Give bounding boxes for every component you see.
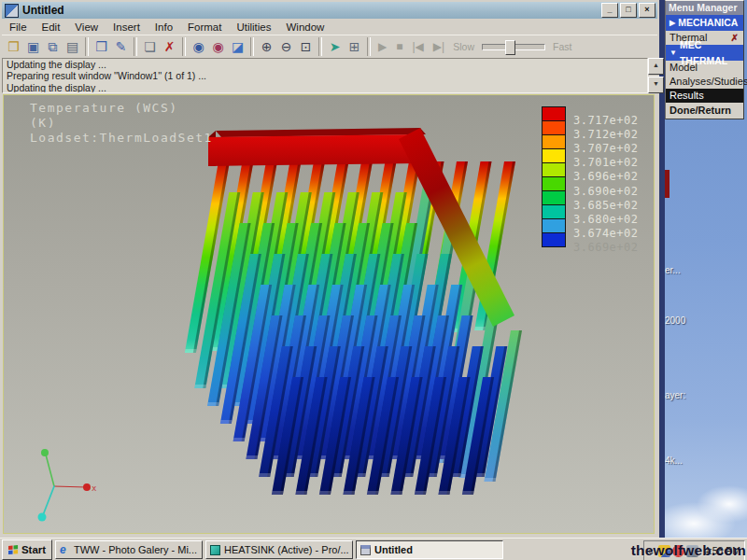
menu-manager-item-label: Done/Return xyxy=(669,103,731,119)
legend-value: 3.701e+02 xyxy=(573,156,639,170)
zoom-out-icon[interactable]: ⊖ xyxy=(276,37,296,57)
desktop-icon-label-fragment: 4k... xyxy=(665,455,683,466)
proe-part-icon xyxy=(210,545,220,555)
menu-manager-mechanica[interactable]: ▶MECHANICA xyxy=(666,15,743,31)
copy-window-icon[interactable]: ❏ xyxy=(140,37,160,57)
legend-colorbar xyxy=(542,106,566,247)
task-label: TWW - Photo Galery - Mi... xyxy=(74,544,197,555)
legend-color-cell xyxy=(542,135,566,149)
toolbar-separator xyxy=(134,37,137,56)
maximize-button[interactable]: □ xyxy=(620,3,637,18)
legend-color-cell xyxy=(542,205,566,219)
legend-value: 3.696e+02 xyxy=(573,170,639,184)
toolbar-separator xyxy=(182,37,186,56)
menu-manager-done-return[interactable]: Done/Return xyxy=(666,103,743,119)
legend-value: 3.674e+02 xyxy=(573,227,639,241)
status-message: Updating the display ... xyxy=(3,82,647,93)
minimize-button[interactable]: _ xyxy=(601,3,618,18)
save-a-copy-icon[interactable]: ⧉ xyxy=(43,37,63,57)
proe-window: Untitled _ □ × FileEditViewInsertInfoFor… xyxy=(0,0,665,538)
legend-value: 3.717e+02 xyxy=(573,114,639,128)
animation-to-end-icon[interactable]: ▶| xyxy=(433,40,444,53)
menu-manager-title[interactable]: Menu Manager xyxy=(666,1,743,15)
menu-info[interactable]: Info xyxy=(148,21,180,34)
legend-color-cell xyxy=(542,163,566,177)
result-window-edit-icon[interactable]: ✎ xyxy=(111,37,131,57)
legend-color-cell xyxy=(542,121,566,135)
taskbar-task-tww[interactable]: eTWW - Photo Galery - Mi... xyxy=(55,540,203,559)
menu-file[interactable]: File xyxy=(2,21,35,34)
animation-play-icon[interactable]: ▶ xyxy=(378,40,387,53)
zoom-in-icon[interactable]: ⊕ xyxy=(257,37,276,57)
menu-edit[interactable]: Edit xyxy=(35,21,68,34)
menu-manager-panel: Menu Manager ▶MECHANICAThermal✗▼MEC THER… xyxy=(665,0,744,119)
repaint-icon[interactable]: ◪ xyxy=(228,37,247,57)
task-label: Untitled xyxy=(374,544,413,555)
animation-stop-icon[interactable]: ■ xyxy=(396,40,402,53)
title-bar[interactable]: Untitled _ □ × xyxy=(2,2,657,19)
message-scrollbar: ▲ ▼ xyxy=(648,58,663,93)
menu-view[interactable]: View xyxy=(67,21,106,34)
graphics-viewport[interactable]: x Temperature (WCS)(K)Loadset:ThermLoadS… xyxy=(3,94,655,534)
result-title: Temperature (WCS) xyxy=(30,101,178,115)
desktop-icon-label-fragment: 2000 xyxy=(665,315,685,326)
taskbar-task-heatsink[interactable]: HEATSINK (Active) - Pro/... xyxy=(205,540,353,559)
animation-slow-label: Slow xyxy=(453,41,474,52)
save-file-icon[interactable]: ▣ xyxy=(23,37,43,57)
message-area: Updating the display ...Preparing result… xyxy=(2,58,648,93)
windows-logo-icon xyxy=(8,545,19,555)
toolbar-separator xyxy=(318,37,322,56)
print-icon[interactable]: ▤ xyxy=(63,37,82,57)
slider-thumb[interactable] xyxy=(505,40,515,55)
menu-manager-results[interactable]: Results xyxy=(666,89,743,103)
zoom-refit-icon[interactable]: ⊡ xyxy=(296,37,316,57)
legend-value: 3.685e+02 xyxy=(573,199,639,213)
proe-window-icon xyxy=(360,545,371,555)
saved-orientations-icon[interactable]: ➤ xyxy=(325,37,345,57)
scroll-up-icon[interactable]: ▲ xyxy=(648,58,664,75)
legend-color-cell xyxy=(542,233,566,247)
model-tree-icon[interactable]: ⊞ xyxy=(345,37,364,57)
legend-value: 3.690e+02 xyxy=(573,185,639,199)
close-button[interactable]: × xyxy=(639,3,655,18)
menu-manager-analyses-studies[interactable]: Analyses/Studies xyxy=(666,75,743,89)
animation-speed-slider[interactable] xyxy=(482,44,545,50)
menu-insert[interactable]: Insert xyxy=(106,21,148,34)
animation-to-start-icon[interactable]: |◀ xyxy=(412,40,423,53)
toolbar-separator xyxy=(85,37,89,56)
delete-window-icon[interactable]: ✗ xyxy=(160,37,179,57)
menu-format[interactable]: Format xyxy=(180,21,229,34)
show-entities-icon[interactable]: ◉ xyxy=(189,37,208,57)
start-button[interactable]: Start xyxy=(2,539,52,560)
result-window-new-icon[interactable]: ❒ xyxy=(92,37,111,57)
menu-manager-item-label: Analyses/Studies xyxy=(669,75,747,89)
menu-utilities[interactable]: Utilities xyxy=(229,21,278,34)
scroll-down-icon[interactable]: ▼ xyxy=(648,77,664,93)
desktop-icon-label-fragment: er... xyxy=(665,265,681,275)
window-title: Untitled xyxy=(22,4,599,17)
menu-manager-header-label: MECHANICA xyxy=(678,15,738,31)
taskbar-task-untitled[interactable]: Untitled xyxy=(356,540,503,559)
start-label: Start xyxy=(21,544,46,555)
legend-color-cell xyxy=(542,219,566,233)
desktop-icon-label-fragment: ayer: xyxy=(665,390,685,400)
task-label: HEATSINK (Active) - Pro/... xyxy=(224,544,349,555)
watermark: thewolfweb.com xyxy=(631,542,746,559)
desktop-icon-fragment xyxy=(665,170,669,198)
screen: { "window": {"title": "Untitled"}, "menu… xyxy=(0,0,747,560)
toolbar: ❐▣⧉▤❒✎❏✗◉◉◪⊕⊖⊡➤⊞▶■|◀▶|SlowFast xyxy=(2,35,657,58)
open-file-icon[interactable]: ❐ xyxy=(4,37,23,57)
legend-color-cell xyxy=(542,177,566,191)
legend-value: 3.680e+02 xyxy=(573,213,639,227)
chevron-right-icon: ▶ xyxy=(669,15,675,31)
menu-manager-mec-thermal[interactable]: ▼MEC THERMAL xyxy=(666,45,743,61)
ie-icon: e xyxy=(60,545,70,555)
hide-entities-icon[interactable]: ◉ xyxy=(208,37,228,57)
legend-value: 3.669e+02 xyxy=(573,241,639,255)
menu-manager-item-label: Model xyxy=(669,61,698,75)
status-message: Preparing result window ''Window1'' (1 o… xyxy=(3,70,647,81)
animation-fast-label: Fast xyxy=(553,41,571,52)
legend-value: 3.723e+02 xyxy=(573,100,639,114)
menu-window[interactable]: Window xyxy=(279,21,332,34)
legend-labels: 3.723e+023.717e+023.712e+023.707e+023.70… xyxy=(573,100,639,255)
